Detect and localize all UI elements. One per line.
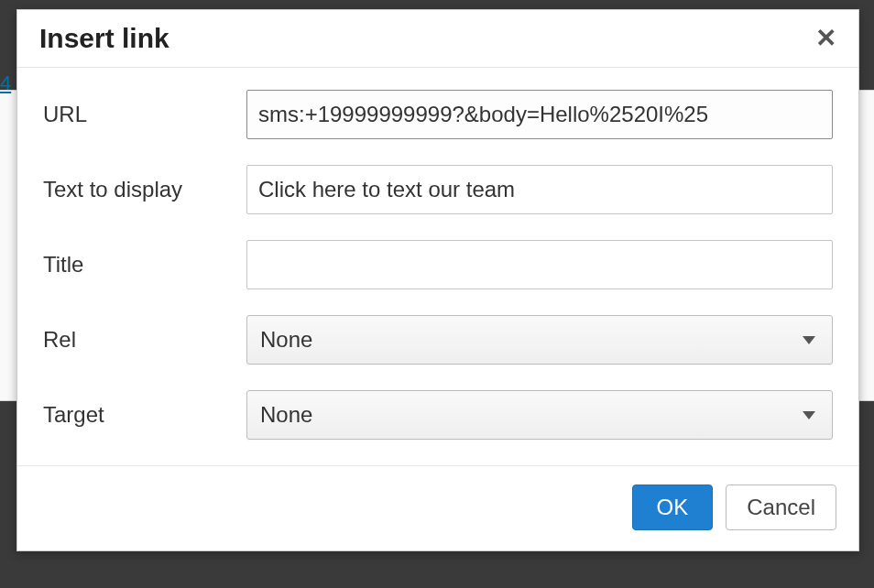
- insert-link-dialog: Insert link ✕ URL Text to display Title: [16, 9, 859, 551]
- row-url: URL: [43, 90, 833, 139]
- label-target: Target: [43, 402, 246, 428]
- ok-button[interactable]: OK: [632, 485, 714, 530]
- label-title: Title: [43, 252, 246, 278]
- row-rel: Rel None: [43, 315, 833, 365]
- url-input[interactable]: [246, 90, 833, 139]
- background-link-fragment: 4: [0, 71, 11, 95]
- dialog-title: Insert link: [39, 23, 169, 54]
- label-url: URL: [43, 102, 246, 127]
- dialog-header: Insert link ✕: [17, 10, 858, 68]
- row-title: Title: [43, 240, 833, 289]
- target-select-value: None: [260, 402, 312, 428]
- dialog-body: URL Text to display Title Rel: [17, 68, 858, 465]
- chevron-down-icon: [803, 411, 815, 419]
- label-rel: Rel: [43, 327, 246, 353]
- row-target: Target None: [43, 390, 833, 440]
- close-icon[interactable]: ✕: [815, 26, 836, 51]
- target-select[interactable]: None: [246, 390, 833, 440]
- label-text-to-display: Text to display: [43, 177, 246, 202]
- row-text-to-display: Text to display: [43, 165, 833, 214]
- cancel-button[interactable]: Cancel: [726, 485, 836, 530]
- title-input[interactable]: [246, 240, 833, 289]
- modal-backdrop: 4 Insert link ✕ URL Text to display Titl…: [0, 0, 874, 588]
- rel-select-value: None: [260, 327, 312, 353]
- chevron-down-icon: [803, 336, 815, 344]
- dialog-footer: OK Cancel: [17, 465, 858, 550]
- rel-select[interactable]: None: [246, 315, 833, 365]
- text-to-display-input[interactable]: [246, 165, 833, 214]
